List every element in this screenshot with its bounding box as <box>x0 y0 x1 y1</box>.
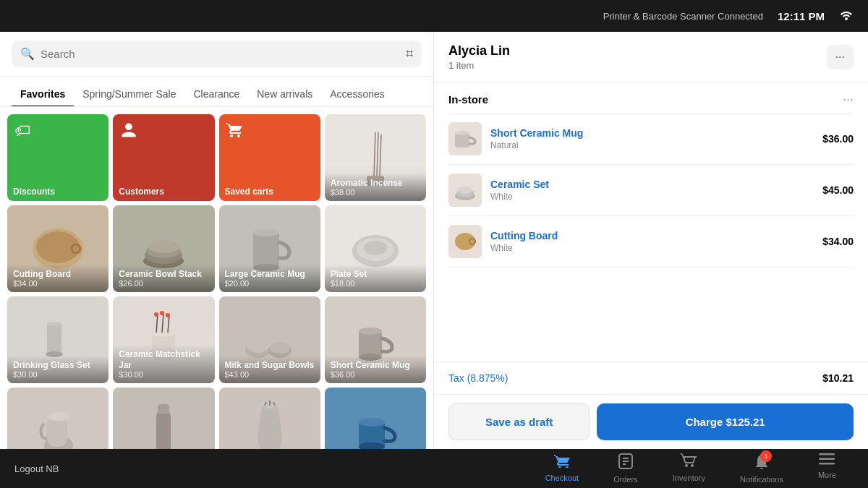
product-card-cutting-board[interactable]: Cutting Board $34.00 <box>7 205 109 292</box>
tax-row: Tax (8.875%) $10.21 <box>434 361 868 394</box>
svg-line-1 <box>377 132 378 176</box>
search-input[interactable] <box>41 48 400 60</box>
svg-rect-11 <box>253 233 279 267</box>
charge-button[interactable]: Charge $125.21 <box>597 403 854 440</box>
discounts-label: Discounts <box>13 187 103 197</box>
svg-point-5 <box>36 231 80 263</box>
notifications-label: Notifications <box>740 475 783 484</box>
order-item-cutting-board[interactable]: Cutting Board White $34.00 <box>448 216 854 267</box>
inventory-label: Inventory <box>673 474 705 482</box>
instore-more-button[interactable]: ··· <box>843 92 854 107</box>
ceramic-bowl-name: Ceramic Bowl Stack <box>119 269 208 279</box>
notification-badge: 1 <box>760 450 772 462</box>
search-input-wrap[interactable]: 🔍 ⌗ <box>12 40 422 67</box>
product-card-aromatic-incense[interactable]: Aromatic Incense $38.00 <box>325 114 426 201</box>
sugar-bowls-name: Milk and Sugar Bowls <box>225 360 315 370</box>
more-icon <box>819 453 835 468</box>
nav-more[interactable]: More <box>801 450 854 487</box>
product-card-enamel-cup[interactable]: Enamel Cup $10.00 <box>325 388 426 449</box>
left-panel: 🔍 ⌗ Favorites Spring/Summer Sale Clearan… <box>0 32 434 449</box>
tab-accessories[interactable]: Accessories <box>321 82 393 107</box>
saved-carts-card[interactable]: Saved carts <box>219 114 320 201</box>
wifi-icon <box>839 9 854 23</box>
svg-rect-39 <box>158 404 169 414</box>
barcode-scan-icon[interactable]: ⌗ <box>406 46 413 61</box>
item-price-ceramic-set: $45.00 <box>822 184 854 196</box>
product-card-short-mug[interactable]: Short Ceramic Mug $36.00 <box>325 296 426 383</box>
svg-point-23 <box>154 312 158 317</box>
cutting-board-price: $34.00 <box>13 279 103 288</box>
discounts-card[interactable]: 🏷 Discounts <box>7 114 109 201</box>
tab-clearance[interactable]: Clearance <box>184 82 248 107</box>
product-grid: 🏷 Discounts Customers <box>0 107 433 449</box>
plate-set-name: Plate Set <box>331 269 420 279</box>
customers-label: Customers <box>119 187 208 197</box>
tab-favorites[interactable]: Favorites <box>12 82 74 107</box>
product-card-ceramic-bowl[interactable]: Ceramic Bowl Stack $26.00 <box>113 205 214 292</box>
tab-spring-summer[interactable]: Spring/Summer Sale <box>74 82 184 107</box>
product-card-tall-bottle[interactable]: Tall Ceramic Bottle $15.00 <box>113 388 214 449</box>
tax-value: $10.21 <box>822 372 854 384</box>
item-price-cutting-board: $34.00 <box>822 236 854 247</box>
printer-status: Printer & Barcode Scanner Connected <box>603 11 763 22</box>
checkout-label: Checkout <box>545 474 579 482</box>
instore-title: In-store <box>448 93 488 106</box>
svg-point-19 <box>47 322 61 326</box>
save-as-draft-button[interactable]: Save as draft <box>448 403 590 440</box>
nav-checkout[interactable]: Checkout <box>528 450 596 487</box>
drinking-glass-price: $30.00 <box>13 370 103 379</box>
svg-point-29 <box>247 338 270 353</box>
tab-new-arrivals[interactable]: New arrivals <box>248 82 321 107</box>
customers-card[interactable]: Customers <box>113 114 214 201</box>
svg-line-0 <box>374 132 375 176</box>
product-card-matchstick-jar[interactable]: Ceramic Matchstick Jar $30.00 <box>113 296 214 383</box>
right-panel: Alycia Lin 1 item ··· In-store ··· Short… <box>434 32 868 449</box>
product-card-drinking-glass[interactable]: Drinking Glass Set $30.00 <box>7 296 109 383</box>
item-name-ceramic-set: Ceramic Set <box>490 179 814 190</box>
svg-rect-32 <box>359 331 382 357</box>
drinking-glass-name: Drinking Glass Set <box>13 360 103 370</box>
product-card-sugar-bowls[interactable]: Milk and Sugar Bowls $43.00 <box>219 296 320 383</box>
svg-rect-36 <box>47 416 67 447</box>
product-card-clear-vase[interactable]: Large Clear Vase $50.00 <box>219 388 320 449</box>
item-variant-short-mug: Natural <box>490 140 814 150</box>
product-card-milk-jug[interactable]: Beige Milk Jug $46.00 <box>7 388 109 449</box>
svg-point-37 <box>48 412 69 421</box>
logout-label[interactable]: Logout NB <box>14 463 59 474</box>
order-items-list: Short Ceramic Mug Natural $36.00 Ceramic… <box>434 114 868 361</box>
nav-inventory[interactable]: Inventory <box>655 450 723 487</box>
plate-set-price: $18.00 <box>331 279 420 288</box>
sugar-bowls-price: $43.00 <box>225 370 315 379</box>
order-item-thumb-ceramic-set <box>448 174 482 207</box>
action-buttons: Save as draft Charge $125.21 <box>434 394 868 449</box>
item-name-short-mug: Short Ceramic Mug <box>490 127 814 139</box>
product-card-plate-set[interactable]: Plate Set $18.00 <box>325 205 426 292</box>
svg-rect-17 <box>47 324 61 354</box>
search-bar: 🔍 ⌗ <box>0 32 433 77</box>
inventory-icon <box>681 453 697 471</box>
svg-point-16 <box>364 241 387 255</box>
svg-point-27 <box>166 313 170 317</box>
svg-rect-56 <box>819 458 835 461</box>
svg-point-25 <box>160 311 164 315</box>
nav-notifications[interactable]: 1 Notifications <box>723 450 801 487</box>
saved-carts-label: Saved carts <box>225 187 315 197</box>
category-tabs: Favorites Spring/Summer Sale Clearance N… <box>0 77 433 107</box>
svg-line-2 <box>380 134 381 176</box>
aromatic-incense-name: Aromatic Incense <box>331 178 420 188</box>
nav-orders[interactable]: Orders <box>596 450 655 487</box>
product-card-large-ceramic-mug[interactable]: Large Ceramic Mug $20.00 <box>219 205 320 292</box>
customer-item-count: 1 item <box>448 60 510 71</box>
customers-icon <box>120 121 137 143</box>
bottom-nav: Logout NB Checkout Orders Inventory <box>0 449 868 488</box>
aromatic-incense-price: $38.00 <box>331 188 420 197</box>
instore-header: In-store ··· <box>434 83 868 113</box>
tax-label: Tax (8.875%) <box>448 372 508 384</box>
order-item-ceramic-set[interactable]: Ceramic Set White $45.00 <box>448 165 854 216</box>
order-item-thumb-short-mug <box>448 122 482 155</box>
ceramic-bowl-price: $26.00 <box>119 279 208 288</box>
matchstick-jar-name: Ceramic Matchstick Jar <box>119 349 208 370</box>
order-item-short-mug[interactable]: Short Ceramic Mug Natural $36.00 <box>448 114 854 165</box>
customer-more-button[interactable]: ··· <box>827 45 854 69</box>
clock: 12:11 PM <box>778 10 825 22</box>
